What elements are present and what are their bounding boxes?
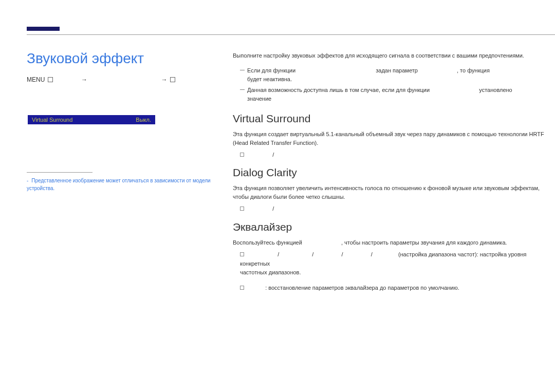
bullet-icon bbox=[240, 207, 244, 211]
note-fragment: , то функция bbox=[457, 67, 490, 73]
section-text: Эта функция позволяет увеличить интенсив… bbox=[233, 184, 550, 201]
eq-tail2: частотных диапазонов. bbox=[240, 269, 301, 275]
notes-list: Если для функции задан параметр , то фун… bbox=[240, 66, 550, 103]
note-fragment: значение bbox=[247, 96, 271, 102]
page-title: Звуковой эффект bbox=[27, 50, 144, 67]
note-item: Данная возможность доступна лишь в том с… bbox=[240, 86, 550, 103]
note-fragment: будет неактивна. bbox=[247, 76, 292, 82]
eq-text-a: Воспользуйтесь функцией bbox=[233, 239, 302, 246]
section-text: Эта функция создает виртуальный 5.1-кана… bbox=[233, 130, 550, 147]
dash-icon: - bbox=[27, 178, 28, 183]
separator: / bbox=[342, 251, 343, 257]
selected-menu-item[interactable]: Virtual Surround Выкл. bbox=[28, 115, 155, 124]
note-item: Если для функции задан параметр , то фун… bbox=[240, 66, 550, 84]
note-fragment: Если для функции bbox=[247, 67, 295, 73]
image-disclaimer: -Представленное изображение может отлича… bbox=[27, 177, 212, 192]
separator: / bbox=[278, 251, 279, 257]
eq-text-b: , чтобы настроить параметры звучания для… bbox=[341, 239, 507, 246]
option-row: : восстановление параметров эквалайзера … bbox=[233, 284, 550, 293]
section-heading-eq: Эквалайзер bbox=[233, 221, 550, 233]
breadcrumb-menu: MENU bbox=[27, 76, 45, 83]
breadcrumb-arrow: → bbox=[161, 76, 167, 83]
menu-item-value: Выкл. bbox=[136, 117, 151, 123]
note-fragment: Данная возможность доступна лишь в том с… bbox=[247, 87, 430, 93]
divider bbox=[27, 172, 92, 173]
bullet-icon bbox=[240, 153, 244, 157]
eq-tail: (настройка диапазона частот): настройка … bbox=[240, 251, 527, 267]
bullet-icon bbox=[240, 252, 244, 256]
main-content: Выполните настройку звуковых эффектов дл… bbox=[233, 51, 550, 298]
note-fragment: установлено bbox=[479, 87, 512, 93]
breadcrumb: MENU → → bbox=[27, 76, 176, 83]
separator: / bbox=[272, 152, 274, 158]
menu-icon bbox=[48, 77, 53, 82]
header-rule bbox=[27, 34, 555, 35]
option-row: / / / / (настройка диапазона частот): на… bbox=[233, 250, 550, 277]
section-text: Воспользуйтесь функцией , чтобы настроит… bbox=[233, 238, 550, 247]
option-row: / bbox=[233, 151, 550, 160]
section-heading-virtual: Virtual Surround bbox=[233, 113, 550, 125]
menu-item-label: Virtual Surround bbox=[32, 117, 72, 123]
note-fragment: задан параметр bbox=[376, 67, 418, 73]
separator: / bbox=[312, 251, 313, 257]
section-heading-dialog: Dialog Clarity bbox=[233, 166, 550, 179]
chapter-marker bbox=[27, 27, 60, 31]
separator: / bbox=[371, 251, 373, 257]
enter-icon bbox=[170, 77, 175, 82]
disclaimer-text: Представленное изображение может отличат… bbox=[27, 178, 211, 191]
intro-paragraph: Выполните настройку звуковых эффектов дл… bbox=[233, 51, 550, 60]
bullet-icon bbox=[240, 286, 244, 290]
separator: / bbox=[272, 206, 274, 212]
eq-reset: : восстановление параметров эквалайзера … bbox=[265, 285, 459, 291]
option-row: / bbox=[233, 204, 550, 214]
breadcrumb-arrow: → bbox=[81, 76, 87, 83]
